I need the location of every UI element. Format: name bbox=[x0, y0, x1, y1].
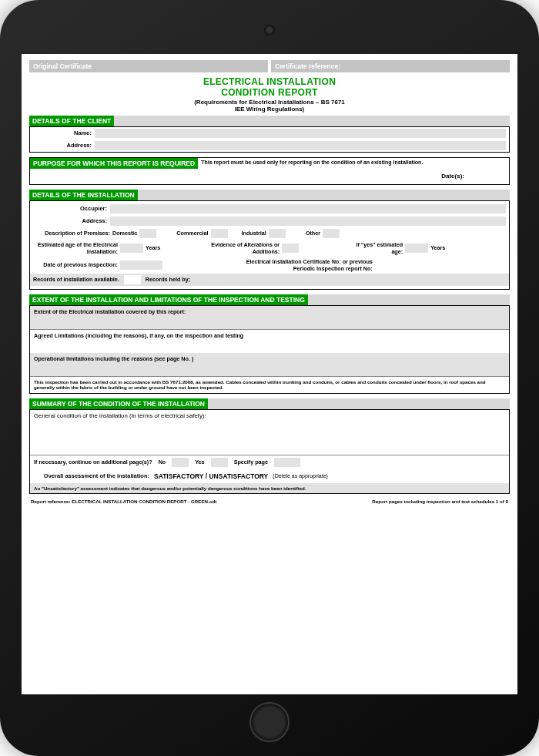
purpose-field[interactable] bbox=[33, 171, 438, 182]
client-address-field[interactable] bbox=[95, 141, 506, 150]
no-label: No bbox=[159, 459, 166, 465]
footer-left: Report reference: ELECTRICAL INSTALLATIO… bbox=[31, 499, 216, 504]
occupier-label: Occupier: bbox=[33, 205, 110, 212]
delete-note: (Delete as appropriate) bbox=[273, 473, 328, 479]
specify-page-field[interactable] bbox=[274, 458, 300, 467]
footer-right: Report pages including inspection and te… bbox=[372, 499, 508, 504]
installation-section-header: DETAILS OF THE INSTALLATION bbox=[29, 190, 138, 200]
client-name-field[interactable] bbox=[95, 129, 506, 138]
client-section-header: DETAILS OF THE CLIENT bbox=[29, 116, 114, 126]
alterations-label: Evidence of Alterations or Additions: bbox=[210, 241, 280, 255]
ifyes-age-field[interactable] bbox=[405, 244, 428, 253]
other-label: Other bbox=[306, 230, 320, 237]
header-fill bbox=[114, 116, 510, 126]
general-condition-field[interactable]: General condition of the installation (i… bbox=[30, 410, 509, 455]
industrial-label: Industrial bbox=[242, 230, 266, 237]
cert-no-label: Electrical Installation Certificate No: … bbox=[226, 258, 373, 272]
assessment-label: Overall assessment of the installation: bbox=[34, 472, 149, 479]
age-label: Estimated age of the Electrical Installa… bbox=[33, 241, 118, 255]
other-checkbox[interactable] bbox=[323, 229, 340, 238]
industrial-checkbox[interactable] bbox=[269, 229, 286, 238]
prev-date-field[interactable] bbox=[120, 260, 162, 270]
purpose-section: PURPOSE FOR WHICH THIS REPORT IS REQUIRE… bbox=[29, 157, 510, 185]
held-by-label: Records held by; bbox=[146, 276, 190, 283]
cert-no-field[interactable] bbox=[375, 260, 417, 270]
extent-q2[interactable]: Agreed Limitations (including the reason… bbox=[30, 330, 509, 353]
domestic-checkbox[interactable] bbox=[139, 229, 156, 238]
extent-section: EXTENT OF THE INSTALLATION AND LIMITATIO… bbox=[29, 294, 510, 394]
domestic-label: Domestic bbox=[112, 230, 137, 237]
records-avail-label: Records of installation available. bbox=[33, 276, 119, 283]
yes-label: Yes bbox=[195, 459, 204, 465]
unsatisfactory-note: An "Unsatisfactory" assessment indicates… bbox=[30, 483, 509, 493]
header-fill bbox=[208, 398, 510, 409]
addl-no-checkbox[interactable] bbox=[172, 458, 189, 467]
extent-q3[interactable]: Operational limitations including the re… bbox=[30, 353, 509, 377]
addl-yes-checkbox[interactable] bbox=[211, 458, 228, 467]
commercial-label: Commercial bbox=[176, 230, 208, 237]
client-address-label: Address: bbox=[33, 142, 95, 149]
report-title-line2: CONDITION REPORT bbox=[29, 88, 510, 99]
alterations-field[interactable] bbox=[282, 244, 299, 253]
report-title-line1: ELECTRICAL INSTALLATION bbox=[29, 77, 510, 88]
occupier-field[interactable] bbox=[110, 204, 506, 213]
header-fill bbox=[138, 190, 510, 200]
years2-label: Years bbox=[430, 244, 445, 251]
requirements-line1: (Requirements for Electrical Installatio… bbox=[29, 99, 510, 106]
purpose-note: This report must be used only for report… bbox=[198, 158, 509, 169]
dates-field[interactable] bbox=[467, 172, 506, 181]
purpose-section-header: PURPOSE FOR WHICH THIS REPORT IS REQUIRE… bbox=[30, 158, 198, 169]
years1-label: Years bbox=[146, 244, 160, 251]
client-section: DETAILS OF THE CLIENT Name: Address: bbox=[29, 116, 510, 153]
premises-desc-label: Description of Premises: bbox=[33, 230, 110, 237]
tablet-home-button[interactable] bbox=[249, 702, 290, 742]
records-avail-field[interactable] bbox=[124, 275, 141, 284]
prev-date-label: Date of previous Inspection: bbox=[33, 261, 118, 268]
dates-label: Date(s): bbox=[441, 173, 464, 180]
extent-note: This inspection has been carried out in … bbox=[30, 377, 509, 393]
tablet-camera bbox=[264, 25, 275, 35]
document-footer: Report reference: ELECTRICAL INSTALLATIO… bbox=[29, 499, 510, 504]
requirements-line2: IEE Wiring Regulations) bbox=[29, 106, 510, 113]
assessment-value: SATISFACTORY / UNSATISFACTORY bbox=[154, 472, 268, 480]
specify-label: Specify page bbox=[234, 459, 268, 465]
summary-section-header: SUMMARY OF THE CONDITION OF THE INSTALLA… bbox=[29, 398, 208, 409]
install-address-label: Address: bbox=[33, 217, 110, 224]
report-document: Original Certificate Certificate referen… bbox=[29, 60, 510, 504]
client-name-label: Name: bbox=[33, 129, 95, 136]
header-fill bbox=[308, 294, 510, 305]
extent-section-header: EXTENT OF THE INSTALLATION AND LIMITATIO… bbox=[29, 294, 308, 305]
certificate-reference-header: Certificate reference: bbox=[271, 60, 510, 72]
original-certificate-header: Original Certificate bbox=[29, 60, 268, 72]
age-field[interactable] bbox=[120, 244, 143, 253]
tablet-frame: Original Certificate Certificate referen… bbox=[0, 0, 539, 756]
title-block: ELECTRICAL INSTALLATION CONDITION REPORT… bbox=[29, 77, 510, 113]
install-address-field[interactable] bbox=[110, 217, 506, 226]
extent-q1[interactable]: Extent of the Electrical installation co… bbox=[30, 306, 509, 330]
addl-pages-label: If necessary, continue on additional pag… bbox=[34, 459, 152, 465]
installation-section: DETAILS OF THE INSTALLATION Occupier: Ad… bbox=[29, 190, 510, 290]
summary-section: SUMMARY OF THE CONDITION OF THE INSTALLA… bbox=[29, 398, 510, 494]
document-viewport: Original Certificate Certificate referen… bbox=[22, 54, 517, 694]
ifyes-label: If "yes" estimated age: bbox=[349, 241, 403, 255]
commercial-checkbox[interactable] bbox=[211, 229, 228, 238]
